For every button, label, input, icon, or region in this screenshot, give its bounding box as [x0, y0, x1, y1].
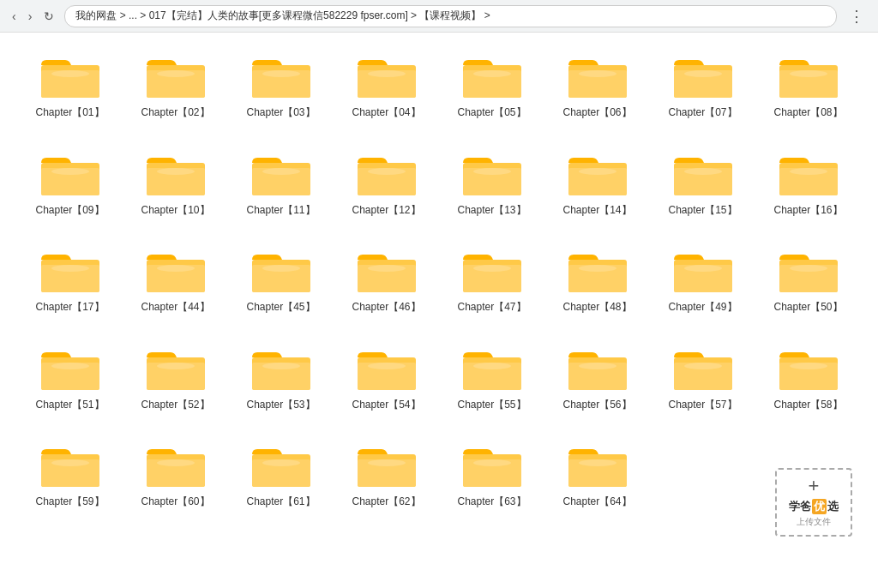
folder-icon: [778, 53, 839, 101]
folder-icon: [39, 151, 101, 199]
folder-item[interactable]: Chapter【17】: [17, 241, 123, 321]
svg-point-20: [684, 70, 722, 77]
folder-icon: [567, 151, 628, 199]
folder-item[interactable]: Chapter【02】: [123, 46, 228, 127]
folder-item[interactable]: Chapter【49】: [650, 241, 755, 321]
browser-controls: ‹ › ↻: [9, 8, 57, 25]
folder-item[interactable]: Chapter【46】: [334, 241, 439, 321]
folder-item[interactable]: Chapter【54】: [334, 339, 439, 419]
address-bar[interactable]: 我的网盘 > ... > 017【完结】人类的故事[更多课程微信582229 f…: [64, 5, 837, 27]
upload-brand-text2: 选: [827, 499, 839, 514]
reload-button[interactable]: ↻: [40, 8, 57, 25]
folder-label: Chapter【03】: [246, 106, 315, 120]
upload-brand: 学爸 优 选: [789, 499, 839, 514]
folder-item[interactable]: Chapter【57】: [650, 339, 755, 419]
folder-item[interactable]: Chapter【09】: [17, 144, 123, 225]
folder-label: Chapter【45】: [246, 301, 315, 315]
folder-icon: [39, 248, 101, 296]
svg-point-86: [473, 363, 511, 369]
folder-item[interactable]: Chapter【12】: [334, 144, 439, 225]
folder-icon: [250, 53, 312, 101]
folder-item[interactable]: Chapter【07】: [650, 46, 755, 127]
folder-icon: [250, 248, 312, 296]
folder-item[interactable]: Chapter【05】: [439, 46, 544, 127]
folder-icon: [461, 151, 523, 199]
folder-item[interactable]: Chapter【60】: [123, 435, 228, 516]
folder-item[interactable]: Chapter【10】: [123, 144, 228, 225]
svg-point-80: [262, 363, 300, 369]
svg-point-11: [368, 70, 406, 77]
folder-item[interactable]: Chapter【52】: [123, 339, 228, 419]
folder-icon: [567, 345, 628, 393]
folder-item[interactable]: Chapter【13】: [439, 144, 544, 225]
folder-icon: [672, 53, 734, 101]
folder-item[interactable]: Chapter【45】: [228, 241, 334, 321]
folder-item[interactable]: Chapter【48】: [544, 241, 650, 321]
menu-button[interactable]: ⋮: [844, 5, 869, 27]
folder-icon: [567, 248, 628, 296]
folder-label: Chapter【51】: [35, 399, 104, 412]
folder-item[interactable]: Chapter【58】: [755, 339, 861, 419]
folder-icon: [356, 248, 418, 296]
folder-item[interactable]: Chapter【50】: [755, 241, 861, 321]
svg-point-29: [157, 168, 195, 175]
folder-icon: [567, 53, 628, 101]
svg-point-71: [790, 265, 827, 272]
folder-item[interactable]: Chapter【47】: [439, 241, 544, 321]
folder-item[interactable]: Chapter【11】: [228, 144, 334, 225]
folder-item[interactable]: Chapter【61】: [228, 435, 334, 516]
folder-label: Chapter【54】: [352, 399, 420, 412]
forward-button[interactable]: ›: [25, 8, 36, 25]
folder-item[interactable]: Chapter【53】: [228, 339, 334, 419]
folder-icon: [145, 442, 207, 490]
folder-item[interactable]: Chapter【14】: [544, 144, 650, 225]
address-text: 我的网盘 > ... > 017【完结】人类的故事[更多课程微信582229 f…: [75, 9, 490, 23]
folder-item[interactable]: Chapter【06】: [544, 46, 650, 127]
folder-icon: [778, 345, 839, 393]
svg-point-41: [579, 168, 616, 175]
folder-icon: [145, 151, 207, 199]
folder-label: Chapter【57】: [668, 399, 737, 412]
folder-item[interactable]: Chapter【55】: [439, 339, 544, 419]
folder-item[interactable]: Chapter【03】: [228, 46, 334, 127]
svg-point-44: [684, 168, 722, 175]
svg-point-113: [579, 459, 616, 466]
folder-item[interactable]: Chapter【16】: [755, 144, 861, 225]
folder-label: Chapter【12】: [352, 204, 420, 218]
folder-item[interactable]: Chapter【15】: [650, 144, 755, 225]
svg-point-26: [51, 168, 89, 175]
svg-point-47: [790, 168, 827, 175]
folder-label: Chapter【48】: [562, 301, 631, 315]
folder-icon: [461, 53, 523, 101]
folder-label: Chapter【49】: [668, 301, 737, 315]
folder-item[interactable]: Chapter【56】: [544, 339, 650, 419]
folder-label: Chapter【62】: [352, 495, 420, 509]
folder-label: Chapter【60】: [141, 495, 209, 509]
folder-icon: [145, 345, 207, 393]
folder-label: Chapter【08】: [773, 106, 842, 120]
folder-item[interactable]: Chapter【51】: [17, 339, 123, 419]
folder-item[interactable]: Chapter【44】: [123, 241, 228, 321]
folder-icon: [672, 345, 734, 393]
folder-item[interactable]: Chapter【62】: [334, 435, 439, 516]
folder-item[interactable]: Chapter【64】: [544, 435, 650, 516]
folder-icon: [672, 248, 734, 296]
svg-point-92: [684, 363, 722, 369]
svg-point-107: [368, 459, 406, 466]
back-button[interactable]: ‹: [9, 8, 20, 25]
folder-label: Chapter【06】: [562, 106, 631, 120]
folder-item[interactable]: Chapter【63】: [439, 435, 544, 516]
folder-label: Chapter【53】: [246, 399, 315, 412]
svg-point-50: [51, 265, 89, 272]
folder-label: Chapter【04】: [352, 106, 420, 120]
svg-point-59: [368, 265, 406, 272]
folder-label: Chapter【46】: [352, 301, 420, 315]
folder-item[interactable]: Chapter【04】: [334, 46, 439, 127]
folder-item[interactable]: Chapter【01】: [17, 46, 123, 127]
upload-overlay[interactable]: + 学爸 优 选 上传文件: [775, 468, 852, 537]
folder-icon: [778, 248, 839, 296]
folder-label: Chapter【11】: [246, 204, 315, 218]
folder-icon: [567, 442, 628, 490]
folder-item[interactable]: Chapter【59】: [17, 435, 123, 516]
folder-item[interactable]: Chapter【08】: [755, 46, 861, 127]
